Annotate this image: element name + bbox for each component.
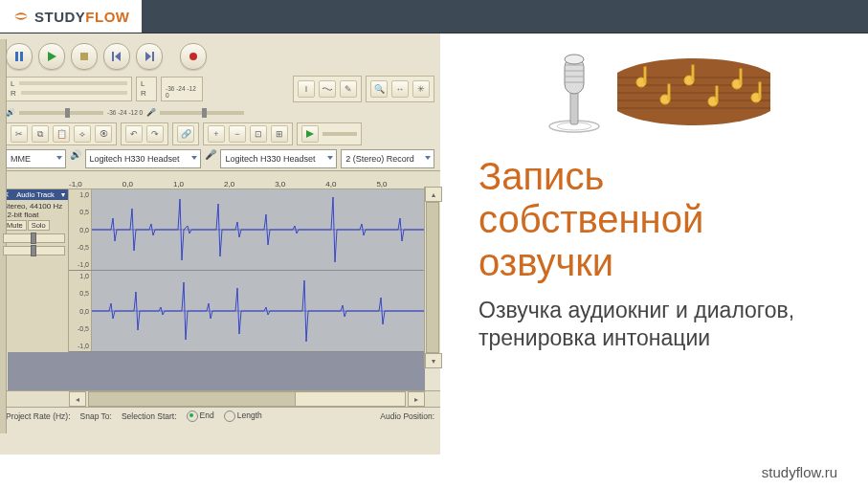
tools-toolbar: I ✎ [293,76,362,102]
speaker-icon: 🔊 [6,108,15,117]
solo-button[interactable]: Solo [28,220,50,231]
microphone-illustration [479,44,839,140]
svg-rect-14 [644,67,646,82]
host-select[interactable]: MME [6,149,66,168]
paste-icon[interactable]: 📋 [53,125,70,143]
svg-point-12 [565,55,584,64]
zoom-in-icon[interactable]: + [208,125,225,143]
scroll-left-icon[interactable]: ◂ [69,391,86,407]
stop-button[interactable] [71,43,98,70]
rate-label: Project Rate (Hz): [6,411,71,421]
draw-tool-icon[interactable]: ✎ [340,80,357,98]
horizontal-scrollbar[interactable]: ◂ ▸ [0,390,440,407]
cut-icon[interactable]: ✂ [11,125,28,143]
redo-icon[interactable]: ↷ [146,125,164,143]
footer-url: studyflow.ru [762,464,837,480]
fit-project-icon[interactable]: ⊞ [271,125,288,143]
end-radio[interactable]: End [187,410,214,422]
zoom-tool-icon[interactable]: 🔍 [370,80,388,98]
track-menu-icon[interactable]: ▾ [61,190,65,199]
selection-tool-icon[interactable]: I [298,80,315,98]
svg-point-5 [189,53,197,60]
selection-label: Selection Start: [122,411,177,421]
input-volume-slider[interactable] [160,111,244,115]
play-button[interactable] [38,43,65,70]
tools-toolbar-2: 🔍 ↔ ✳ [366,76,434,102]
timeline-ruler[interactable]: -1,00,01,02,03,04,05,0 [0,170,440,189]
svg-rect-2 [80,53,88,60]
pause-button[interactable] [6,43,33,70]
length-radio[interactable]: Length [224,410,262,422]
svg-rect-24 [759,82,761,98]
slide-text: Запись собственной озвучки Озвучка аудио… [440,33,868,455]
input-device-select[interactable]: Logitech H330 Headset [220,149,337,168]
waveform-area[interactable]: 1,00,50,0-0,5-1,0 1,00,50,0-0,5-1,0 [69,189,440,352]
undo-icon[interactable]: ↶ [125,125,143,143]
scroll-thumb[interactable] [89,392,296,406]
meters-row: L R L R -36 -24 -12 0 I ✎ 🔍 ↔ ✳ [0,74,440,106]
svg-rect-20 [716,86,718,101]
skip-end-button[interactable] [136,43,163,70]
microphone-icon [544,50,605,134]
gain-slider[interactable] [3,233,65,243]
app-header: STUDYFLOW [0,0,868,33]
channels-select[interactable]: 2 (Stereo) Record [341,149,434,168]
vertical-scale: 1,00,50,0-0,5-1,0 [69,271,92,351]
zoom-out-icon[interactable]: − [229,125,246,143]
logo: STUDYFLOW [0,0,142,33]
fit-selection-icon[interactable]: ⊡ [250,125,267,143]
copy-icon[interactable]: ⧉ [32,125,49,143]
svg-rect-10 [570,92,578,124]
mic-icon: 🎤 [146,108,156,117]
svg-rect-1 [20,52,23,61]
silence-icon[interactable]: ⦿ [95,125,112,143]
envelope-tool-icon[interactable] [319,80,336,98]
tracks-area: ✕Audio Track▾ Stereo, 44100 Hz 32-bit fl… [0,189,440,352]
transport-toolbar [0,39,440,74]
edit-toolbars: ✂⧉📋⟡⦿ ↶↷ 🔗 +−⊡⊞ [0,121,440,147]
record-button[interactable] [180,43,207,70]
speed-slider[interactable] [323,132,357,136]
volume-row: 🔊 -36 -24 -12 0 🎤 [0,106,440,121]
play-at-speed-icon[interactable] [301,125,319,143]
audio-position-label: Audio Position: [380,411,434,421]
logo-text: STUDYFLOW [34,9,130,25]
vertical-scrollbar[interactable]: ▴ ▾ [424,187,440,368]
svg-rect-0 [15,52,18,61]
scroll-right-icon[interactable]: ▸ [408,391,425,407]
device-toolbar: MME 🔊 Logitech H330 Headset 🎤 Logitech H… [0,147,440,170]
svg-rect-18 [692,65,694,80]
svg-rect-3 [112,52,114,61]
multi-tool-icon[interactable]: ✳ [412,80,430,98]
pan-slider[interactable] [3,246,65,255]
skip-start-button[interactable] [103,43,130,70]
waveform-right [92,271,436,351]
output-device-select[interactable]: Logitech H330 Headset [85,149,202,168]
sync-lock-icon[interactable]: 🔗 [177,125,194,143]
waveform-left [92,189,436,270]
empty-track-area [8,352,425,390]
svg-rect-22 [740,69,742,84]
track-depth: 32-bit float [3,211,65,219]
mic-icon: 🎤 [205,149,216,168]
track-control-panel[interactable]: ✕Audio Track▾ Stereo, 44100 Hz 32-bit fl… [0,189,69,352]
output-volume-slider[interactable] [19,111,103,115]
audacity-screenshot: L R L R -36 -24 -12 0 I ✎ 🔍 ↔ ✳ 🔊 [0,33,440,455]
meter-ticks: -36 -24 -12 0 [161,77,203,101]
slide-title: Запись собственной озвучки [479,155,839,283]
vertical-scale: 1,00,50,0-0,5-1,0 [69,189,92,270]
playback-meter-icon: L R [136,77,157,101]
footer: studyflow.ru [0,455,868,488]
music-notes-icon [612,54,775,130]
svg-rect-4 [152,52,154,61]
timeshift-tool-icon[interactable]: ↔ [391,80,409,98]
trim-icon[interactable]: ⟡ [74,125,91,143]
track-format: Stereo, 44100 Hz [3,202,65,211]
speaker-icon: 🔊 [70,149,81,168]
playback-meter: L R [6,77,132,101]
slide-subtitle: Озвучка аудиокниг и диалогов, тренировка… [479,297,839,352]
status-bar: Project Rate (Hz): Snap To: Selection St… [0,407,440,425]
svg-rect-16 [668,84,670,100]
snap-label: Snap To: [80,411,112,421]
logo-icon [11,7,31,26]
